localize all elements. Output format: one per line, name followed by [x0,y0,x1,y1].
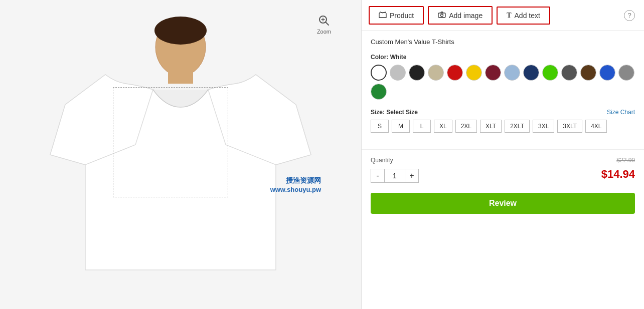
design-area[interactable] [113,87,228,197]
quantity-input[interactable] [385,169,405,183]
color-value: White [390,54,407,61]
review-button[interactable]: Review [371,193,635,214]
color-swatch-green[interactable] [371,84,387,100]
color-label: Color: White [371,54,635,61]
quantity-controls: - + [371,169,419,183]
tabs-row: Product Add image T Add text ? [362,0,644,31]
size-btn-xlt[interactable]: XLT [480,120,502,133]
color-swatch-royal-blue[interactable] [599,65,615,81]
right-panel: Product Add image T Add text ? Custom Me… [361,0,644,309]
size-section: Size: Select Size Size Chart S M L XL 2X… [371,109,635,133]
color-swatch-red[interactable] [447,65,463,81]
svg-line-1 [326,23,329,26]
product-title: Custom Men's Value T-Shirts [371,38,635,46]
color-swatch-black[interactable] [409,65,425,81]
size-value: Select Size [386,109,418,116]
color-swatch-lime[interactable] [542,65,558,81]
help-label: ? [627,12,631,19]
size-btn-3xl[interactable]: 3XL [533,120,554,133]
help-icon[interactable]: ? [624,10,635,21]
color-swatch-white[interactable] [371,65,387,81]
size-btn-xl[interactable]: XL [434,120,452,133]
tab-add-text[interactable]: T Add text [497,7,550,25]
quantity-plus-button[interactable]: + [405,169,419,183]
svg-rect-6 [168,69,193,84]
size-btn-m[interactable]: M [392,120,410,133]
product-icon [379,11,387,20]
text-icon: T [507,12,511,20]
color-swatch-light-blue[interactable] [504,65,520,81]
camera-icon [438,11,446,20]
color-swatch-navy[interactable] [523,65,539,81]
color-swatch-brown[interactable] [580,65,596,81]
color-section: Color: White [371,54,635,100]
size-chart-link[interactable]: Size Chart [607,109,635,116]
size-btn-s[interactable]: S [371,120,389,133]
review-section: Review [362,188,644,221]
color-swatch-medium-gray[interactable] [618,65,634,81]
tab-product-label: Product [390,12,414,20]
size-btn-3xlt[interactable]: 3XLT [557,120,582,133]
color-swatch-tan[interactable] [428,65,444,81]
size-btn-l[interactable]: L [413,120,431,133]
svg-point-8 [441,14,443,17]
original-price: $22.99 [616,157,635,164]
sale-price: $14.94 [601,168,635,181]
svg-point-5 [154,17,207,45]
size-label: Size: Select Size [371,109,418,116]
size-btn-2xlt[interactable]: 2XLT [505,120,530,133]
size-btn-4xl[interactable]: 4XL [585,120,607,133]
size-buttons: S M L XL 2XL XLT 2XLT 3XL 3XLT 4XL [371,120,635,133]
quantity-section: Quantity $22.99 - + $14.94 [362,149,644,188]
tab-add-image-label: Add image [449,12,482,20]
quantity-row: Quantity $22.99 [371,157,635,164]
quantity-label: Quantity [371,157,393,164]
tshirt-preview-panel: Zoom 授渔资源网 [0,0,361,309]
color-swatch-maroon[interactable] [485,65,501,81]
tab-add-image[interactable]: Add image [428,6,493,25]
color-swatch-dark-gray[interactable] [561,65,577,81]
size-btn-2xl[interactable]: 2XL [455,120,477,133]
watermark: 授渔资源网 www.shouyu.pw [270,176,321,195]
price-area: $14.94 [601,167,635,181]
tshirt-container: 授渔资源网 www.shouyu.pw [35,10,326,300]
size-header: Size: Select Size Size Chart [371,109,635,116]
color-swatches [371,65,635,100]
tab-product[interactable]: Product [369,6,424,25]
color-swatch-light-gray[interactable] [390,65,406,81]
quantity-minus-button[interactable]: - [371,169,385,183]
color-swatch-yellow[interactable] [466,65,482,81]
tab-add-text-label: Add text [515,12,540,20]
product-content: Custom Men's Value T-Shirts Color: White [362,31,644,149]
